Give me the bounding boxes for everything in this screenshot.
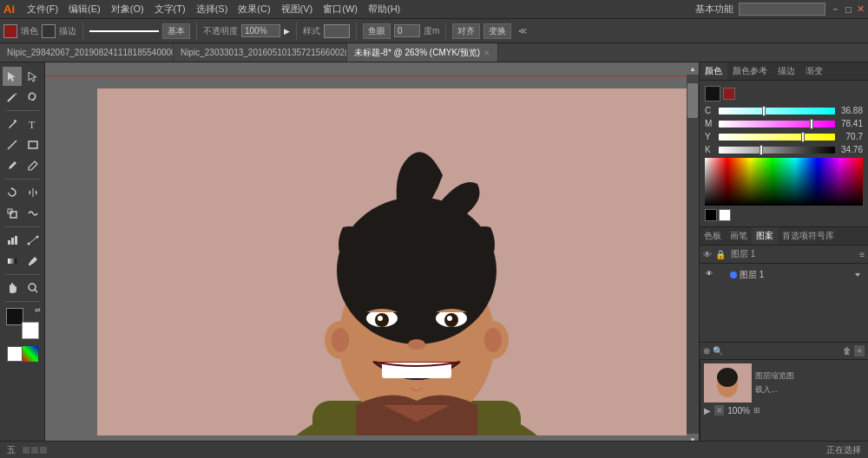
layer-visibility-icon[interactable]: 👁 [706,270,716,280]
transform-btn[interactable]: 变换 [483,23,511,39]
svg-rect-12 [15,236,17,245]
align-btn[interactable]: 对齐 [452,23,480,39]
layers-content: 👁 图层 1 [700,264,868,342]
mini-thumb [704,363,752,402]
fill-color-swatch[interactable] [3,24,17,38]
white-swatch[interactable] [719,209,731,221]
opacity-input[interactable] [241,24,280,37]
menu-edit[interactable]: 编辑(E) [63,1,106,17]
tool-pencil[interactable] [23,156,43,175]
menu-file[interactable]: 文件(F) [22,1,63,17]
foreground-color[interactable] [6,308,23,325]
gradient-tab[interactable]: 渐变 [800,62,828,80]
tool-select[interactable] [3,67,22,86]
menu-effect[interactable]: 效果(C) [233,1,275,17]
tool-direct-select[interactable] [23,67,43,86]
symbols-tab[interactable]: 首选项符号库 [778,227,838,245]
svg-rect-8 [10,212,16,218]
fill-label: 填色 [21,25,38,37]
canvas-area[interactable] [45,62,687,446]
c-thumb[interactable] [762,106,766,116]
tool-eyedropper[interactable] [23,252,43,271]
y-thumb[interactable] [801,132,805,142]
tool-reflect[interactable] [23,183,43,202]
stroke-style-btn[interactable]: 基本 [162,23,190,39]
m-thumb[interactable] [810,119,813,129]
minimize-btn[interactable]: － [831,3,840,16]
y-slider[interactable] [719,134,835,141]
c-slider[interactable] [719,108,835,114]
canvas-scrollbar[interactable]: ▲ ▼ [687,62,699,446]
tool-magic-wand[interactable] [3,88,22,107]
tool-rotate[interactable] [3,183,22,202]
delete-layer-btn[interactable]: 🗑 [843,346,852,356]
close-btn[interactable]: ✕ [857,3,865,15]
tool-sep-4 [5,274,40,275]
fish-eye-btn[interactable]: 鱼眼 [363,23,391,39]
tool-rect[interactable] [23,135,43,154]
small-thumbnail-panel: 图层缩览图 载入... ▶ ≡ 100% ⊞ [700,359,868,446]
brushes-tab[interactable]: 画笔 [726,227,752,245]
tool-scale[interactable] [3,204,22,223]
patterns-tab[interactable]: 图案 [752,227,778,245]
tab-3[interactable]: 未标题-8* @ 263% (CMYK/预览) ✕ [347,43,498,62]
left-toolbar: T [0,62,45,458]
color-ref-tab[interactable]: 颜色参考 [727,62,773,80]
menu-text[interactable]: 文字(T) [149,1,191,17]
stroke-color-swatch[interactable] [42,24,56,38]
k-slider[interactable] [719,147,835,154]
tab-2[interactable]: Nipic_23033013_20160510135721566002(转换).… [174,43,347,62]
black-swatch[interactable] [705,209,717,221]
color-spectrum[interactable] [705,158,863,206]
menu-object[interactable]: 对象(O) [106,1,149,17]
maximize-btn[interactable]: □ [845,4,852,15]
tool-pen[interactable] [3,114,22,134]
status-info: 正在选择 [826,444,861,456]
menu-select[interactable]: 选择(S) [191,1,233,17]
stroke-tab[interactable]: 描边 [773,62,800,80]
svg-point-32 [378,316,383,321]
make-sublayer-btn[interactable]: ⊕ [703,346,710,356]
swap-colors-icon[interactable]: ⇄ [35,306,41,314]
tool-gradient[interactable] [3,252,22,271]
new-layer-btn[interactable]: + [854,345,865,357]
menu-help[interactable]: 帮助(H) [363,1,405,17]
color-tab[interactable]: 颜色 [700,62,727,80]
layer-item[interactable]: 👁 图层 1 [703,267,865,283]
panel-fg-color[interactable] [705,86,720,101]
tab-3-close[interactable]: ✕ [483,49,490,57]
mini-play-btn[interactable]: ▶ [704,406,711,415]
gradient-fill-box[interactable] [23,346,38,362]
tool-hand[interactable] [3,278,22,298]
mini-options[interactable]: ≡ [714,405,724,415]
layer-options-btn[interactable]: ≡ [859,250,865,259]
swatches-tab[interactable]: 色板 [700,227,726,245]
tool-type[interactable]: T [23,114,43,134]
tool-line[interactable] [3,135,22,154]
spectrum-gradient [705,158,863,206]
angle-input[interactable] [394,24,420,37]
tool-paintbrush[interactable] [3,156,22,175]
k-thumb[interactable] [760,145,763,155]
mini-expand-btn[interactable]: ⊞ [753,406,760,415]
menu-view[interactable]: 视图(V) [276,1,319,17]
panel-color-preview[interactable] [723,88,735,100]
tool-lasso[interactable] [23,88,43,107]
tab-1[interactable]: Nipic_29842067_2019082411181855400000.ai… [0,43,174,62]
scroll-up-btn[interactable]: ▲ [687,62,699,75]
tool-zoom[interactable] [23,278,43,298]
style-swatch[interactable] [324,24,350,38]
tool-graph[interactable] [3,231,22,250]
panel-collapse-btn[interactable]: ≪ [518,26,527,36]
menu-window[interactable]: 窗口(W) [318,1,363,17]
search-input[interactable] [739,3,825,16]
opacity-arrow[interactable]: ▶ [284,27,290,36]
m-slider[interactable] [719,121,835,128]
scroll-thumb[interactable] [687,83,698,118]
artboard[interactable] [97,88,687,435]
tool-measure[interactable] [23,231,43,250]
tool-warp[interactable] [23,204,43,223]
search-layer-btn[interactable]: 🔍 [713,346,723,356]
background-color[interactable] [22,322,39,339]
none-fill-box[interactable] [7,346,23,362]
